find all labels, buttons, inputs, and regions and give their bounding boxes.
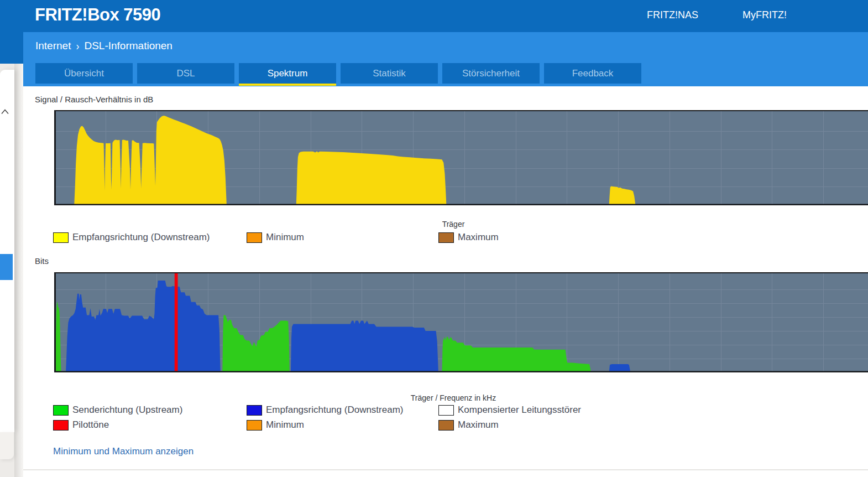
x-tick-label: 256: [0, 16, 434, 25]
v-gridline: [772, 110, 772, 205]
v-gridline: [464, 110, 465, 205]
fritzbox-spektrum-page: FRITZ!Box 7590 FRITZ!NAS MyFRITZ! Intern…: [0, 0, 868, 477]
v-gridline: [823, 110, 824, 205]
x-tick-label: 3072: [0, 156, 434, 165]
x-tick-label: 1792: [0, 92, 434, 102]
legend-item-minimum: Minimum: [247, 419, 304, 431]
tab-label: Störsicherheit: [462, 68, 520, 79]
legend-swatch: [247, 420, 262, 431]
x-tick-label: 768: [0, 292, 434, 301]
x-tick-label: 3584: [0, 432, 434, 441]
legend-item-senderichtung-upstream-: Senderichtung (Upstream): [53, 405, 182, 416]
v-gridline: [516, 110, 516, 205]
v-gridline: [823, 272, 824, 372]
x-tick-label: 2560: [0, 131, 434, 140]
x-tick-label: 3840: [0, 444, 434, 454]
legend-item-minimum: Minimum: [247, 232, 304, 243]
snr-chart-x-axis-label: Träger: [442, 220, 465, 229]
axis-bottom: [54, 204, 868, 206]
x-tick-label: 1792: [0, 343, 434, 352]
legend-label: Kompensierter Leitungsstörer: [458, 405, 581, 416]
v-gridline: [567, 272, 567, 372]
x-tick-label: 1536: [0, 80, 434, 89]
x-tick-label: 768: [0, 42, 434, 51]
v-gridline: [772, 272, 772, 372]
x-tick-label: 2816: [0, 393, 434, 403]
x-tick-label: 0: [0, 3, 434, 13]
legend-item-kompensierter-leitungsst-rer: Kompensierter Leitungsstörer: [438, 405, 581, 416]
legend-item-pilott-ne: Pilottöne: [53, 419, 109, 431]
legend-swatch: [247, 232, 262, 243]
legend-label: Maximum: [458, 232, 499, 243]
x-tick-label: 4096: [0, 207, 434, 216]
legend-swatch: [53, 420, 69, 431]
fritznas-link[interactable]: FRITZ!NAS: [647, 9, 698, 21]
legend-label: Empfangsrichtung (Downstream): [72, 232, 210, 243]
legend-label: Minimum: [266, 419, 304, 431]
legend-item-empfangsrichtung-downstream-: Empfangsrichtung (Downstream): [53, 232, 210, 243]
v-gridline: [721, 110, 721, 205]
v-gridline: [567, 110, 567, 205]
x-tick-label: 256: [0, 266, 434, 276]
v-gridline: [670, 110, 670, 205]
x-tick-label: 1280: [0, 67, 434, 76]
x-tick-label: 3584: [0, 182, 434, 191]
x-tick-label: 2304: [0, 368, 434, 377]
legend-label: Senderichtung (Upstream): [72, 405, 182, 416]
legend-label: Pilottöne: [72, 419, 109, 431]
legend-label: Maximum: [458, 419, 499, 431]
v-gridline: [618, 272, 619, 372]
x-tick-label: 2304: [0, 118, 434, 127]
x-tick-label: 2560: [0, 381, 434, 390]
x-tick-label: 2048: [0, 105, 434, 115]
x-tick-label: 512: [0, 29, 434, 38]
x-tick-label: 3840: [0, 194, 434, 204]
legend-label: Empfangsrichtung (Downstream): [266, 405, 403, 416]
legend-label: Minimum: [266, 232, 304, 243]
x-tick-label: 0: [0, 253, 434, 263]
legend-swatch: [438, 405, 454, 416]
v-gridline: [721, 272, 721, 372]
x-tick-label: 1536: [0, 330, 434, 339]
legend-swatch: [53, 405, 69, 416]
x-tick-label: 1024: [0, 54, 434, 64]
x-tick-freq-label: 0.0: [0, 466, 434, 476]
x-tick-label: 1024: [0, 304, 434, 314]
x-tick-label: 4096: [0, 457, 434, 466]
legend-item-empfangsrichtung-downstream-: Empfangsrichtung (Downstream): [247, 405, 403, 416]
legend-item-maximum: Maximum: [438, 419, 499, 431]
legend-swatch: [247, 405, 262, 416]
x-tick-label: 1280: [0, 317, 434, 326]
tab-label: Feedback: [572, 68, 614, 79]
legend-swatch: [438, 232, 454, 243]
tab-feedback[interactable]: Feedback: [544, 63, 641, 84]
x-tick-label: 512: [0, 279, 434, 288]
legend-swatch: [438, 420, 454, 431]
legend-swatch: [53, 232, 69, 243]
tab-strsicherheit[interactable]: Störsicherheit: [442, 63, 540, 84]
myfritz-link[interactable]: MyFRITZ!: [742, 9, 787, 21]
x-tick-label: 2816: [0, 143, 434, 153]
x-tick-label: 3328: [0, 169, 434, 178]
v-gridline: [670, 272, 670, 372]
legend-item-maximum: Maximum: [438, 232, 499, 243]
x-tick-label: 2048: [0, 355, 434, 365]
